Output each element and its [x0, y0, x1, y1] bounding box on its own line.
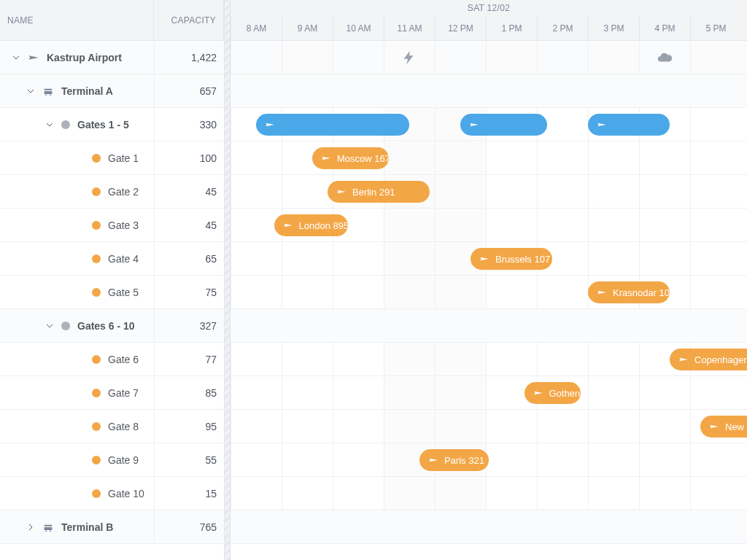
row-capacity: 95 — [154, 410, 224, 443]
storm-icon — [400, 50, 418, 66]
timeline-hour: 3 PM — [588, 16, 639, 41]
row-title: Gate 5 — [108, 287, 139, 298]
row-title: Terminal B — [61, 521, 113, 533]
splitter-handle[interactable] — [225, 0, 231, 560]
row-capacity: 100 — [154, 141, 224, 174]
plane-icon — [597, 287, 607, 298]
tree-row-termA[interactable]: Terminal A657 — [0, 74, 224, 108]
tree-row-g6-10[interactable]: Gates 6 - 10327 — [0, 309, 224, 343]
zone-dot-icon — [61, 120, 70, 129]
event-bar[interactable]: Krasnodar 101 — [588, 281, 670, 303]
event-label: Brussels 107 — [495, 254, 550, 265]
tree-row-g1-5[interactable]: Gates 1 - 5330 — [0, 108, 224, 141]
row-title: Gate 3 — [108, 219, 139, 231]
event-label: Gothen — [549, 388, 581, 399]
column-capacity[interactable]: CAPACITY — [154, 0, 224, 40]
row-title: Gate 8 — [108, 421, 139, 432]
gate-dot-icon — [92, 489, 101, 498]
timeline-row-gate9[interactable]: Paris 321 — [231, 443, 747, 477]
event-label: Berlin 291 — [352, 187, 395, 198]
row-capacity: 45 — [154, 209, 224, 241]
chevron-down-icon[interactable] — [45, 120, 54, 129]
chevron-down-icon[interactable] — [45, 322, 54, 330]
zone-dot-icon — [61, 322, 70, 330]
tree-row-gate10[interactable]: Gate 1015 — [0, 477, 224, 510]
timeline-hour: 4 PM — [639, 16, 690, 41]
gate-dot-icon — [92, 254, 101, 263]
tree-row-gate7[interactable]: Gate 785 — [0, 376, 224, 410]
row-capacity: 65 — [154, 242, 224, 275]
tree-row-termB[interactable]: Terminal B765 — [0, 510, 224, 544]
chevron-right-icon[interactable] — [26, 523, 35, 532]
weather-row — [231, 41, 747, 74]
event-label: Paris 321 — [444, 455, 484, 466]
event-label: London 895 — [299, 220, 349, 231]
event-bar[interactable]: Moscow 167 — [312, 147, 389, 169]
timeline-rows[interactable]: Moscow 167Berlin 291London 895Brussels 1… — [231, 41, 747, 560]
row-title: Gate 9 — [108, 454, 139, 466]
tree-row-airport[interactable]: Kastrup Airport1,422 — [0, 41, 224, 74]
tree-row-gate4[interactable]: Gate 465 — [0, 242, 224, 276]
event-bar[interactable]: Brussels 107 — [471, 248, 552, 270]
event-bar[interactable] — [588, 114, 670, 136]
tree-row-gate5[interactable]: Gate 575 — [0, 276, 224, 309]
row-title: Gate 6 — [108, 354, 139, 365]
timeline-hour: 9 AM — [282, 16, 333, 41]
plane-icon — [533, 388, 543, 398]
tree-row-gate3[interactable]: Gate 345 — [0, 209, 224, 242]
tree-row-gate6[interactable]: Gate 677 — [0, 343, 224, 376]
row-title: Gate 10 — [108, 488, 144, 499]
timeline-hour: 8 AM — [231, 16, 282, 41]
row-capacity: 327 — [154, 309, 224, 342]
plane-icon — [597, 120, 607, 130]
timeline-row-gate4[interactable]: Brussels 107 — [231, 242, 747, 276]
tree-row-gate1[interactable]: Gate 1100 — [0, 141, 224, 175]
event-bar[interactable]: New York — [700, 416, 747, 438]
plane-icon — [321, 153, 331, 163]
event-bar[interactable]: Copenhagen 111 — [670, 349, 747, 370]
plane-icon — [709, 421, 719, 432]
plane-icon — [428, 455, 438, 465]
timeline-row-termB[interactable] — [231, 510, 747, 544]
timeline-row-gate1[interactable]: Moscow 167 — [231, 141, 747, 175]
tree-row-gate2[interactable]: Gate 245 — [0, 175, 224, 209]
event-bar[interactable]: Gothen — [525, 382, 581, 404]
row-capacity: 1,422 — [154, 41, 224, 74]
row-capacity: 77 — [154, 343, 224, 376]
timeline-row-gate8[interactable]: New York — [231, 410, 747, 443]
gate-dot-icon — [92, 187, 101, 196]
event-bar[interactable]: Paris 321 — [419, 449, 489, 471]
timeline-row-gate6[interactable]: Copenhagen 111 — [231, 343, 747, 376]
tree-row-gate8[interactable]: Gate 895 — [0, 410, 224, 443]
timeline-row-g6-10[interactable] — [231, 309, 747, 343]
event-bar[interactable]: Berlin 291 — [328, 181, 430, 203]
timeline-row-gate3[interactable]: London 895 — [231, 209, 747, 242]
event-label: Moscow 167 — [337, 153, 389, 164]
event-bar[interactable]: London 895 — [274, 214, 349, 236]
timeline-row-gate10[interactable] — [231, 477, 747, 510]
chevron-down-icon[interactable] — [26, 87, 35, 96]
timeline-row-gate7[interactable]: Gothen — [231, 376, 747, 410]
event-bar[interactable] — [256, 114, 409, 136]
row-capacity: 55 — [154, 443, 224, 476]
timeline-row-g1-5[interactable] — [231, 108, 747, 141]
timeline-hour: 1 PM — [486, 16, 537, 41]
timeline-row-gate2[interactable]: Berlin 291 — [231, 175, 747, 209]
row-capacity: 45 — [154, 175, 224, 208]
chevron-down-icon[interactable] — [12, 53, 20, 62]
row-title: Gate 1 — [108, 152, 139, 164]
terminal-icon — [42, 85, 54, 97]
row-capacity: 15 — [154, 477, 224, 510]
event-bar[interactable] — [460, 114, 547, 136]
timeline-row-gate5[interactable]: Krasnodar 101 — [231, 276, 747, 309]
row-title: Kastrup Airport — [47, 52, 122, 63]
column-name[interactable]: NAME — [0, 0, 154, 40]
gate-dot-icon — [92, 422, 101, 431]
plane-icon — [336, 187, 347, 197]
timeline-hour: 10 AM — [333, 16, 384, 41]
plane-icon — [678, 354, 689, 365]
tree-row-gate9[interactable]: Gate 955 — [0, 443, 224, 477]
row-title: Gate 7 — [108, 387, 139, 399]
tree-body: Kastrup Airport1,422Terminal A657Gates 1… — [0, 41, 224, 560]
timeline-row-termA[interactable] — [231, 74, 747, 108]
